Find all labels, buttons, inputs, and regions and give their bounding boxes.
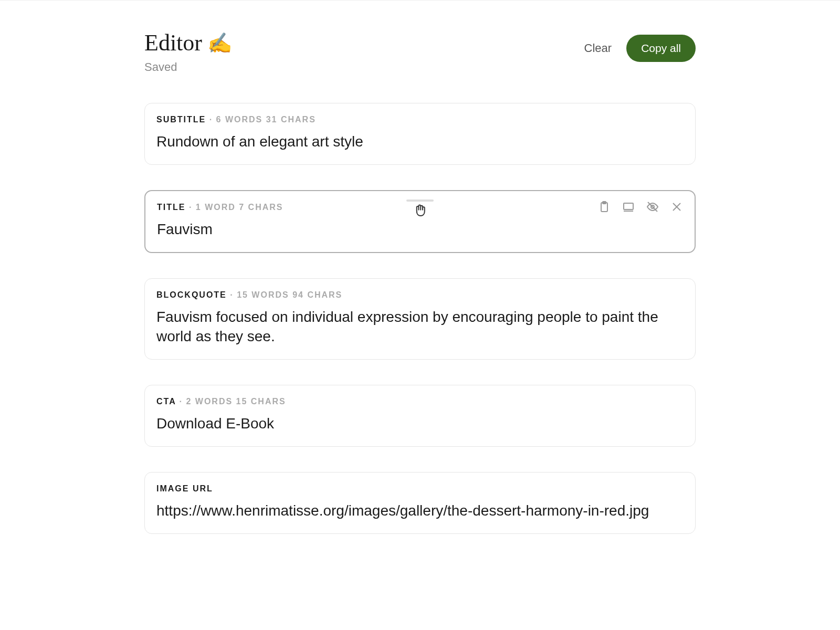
block-subtitle[interactable]: SUBTITLE · 6 WORDS 31 CHARS Rundown of a… bbox=[144, 103, 696, 165]
blocks-list: SUBTITLE · 6 WORDS 31 CHARS Rundown of a… bbox=[144, 103, 696, 534]
block-meta: 2 WORDS 15 CHARS bbox=[186, 397, 286, 406]
title-row: Editor ✍️ bbox=[144, 29, 232, 56]
block-content[interactable]: Fauvism focused on individual expression… bbox=[156, 307, 684, 347]
block-label: SUBTITLE · 6 WORDS 31 CHARS bbox=[156, 115, 684, 124]
page-title: Editor bbox=[144, 29, 202, 56]
block-label: BLOCKQUOTE · 15 WORDS 94 CHARS bbox=[156, 290, 684, 300]
clipboard-icon[interactable] bbox=[598, 201, 611, 213]
block-meta-sep: · bbox=[180, 397, 186, 406]
drag-dash-icon bbox=[406, 200, 434, 202]
block-blockquote[interactable]: BLOCKQUOTE · 15 WORDS 94 CHARS Fauvism f… bbox=[144, 278, 696, 360]
header-left: Editor ✍️ Saved bbox=[144, 29, 232, 74]
header-actions: Clear Copy all bbox=[584, 35, 696, 62]
block-type: SUBTITLE bbox=[156, 115, 206, 124]
block-title[interactable]: TITLE · 1 WORD 7 CHARS Fauvism bbox=[144, 190, 696, 253]
block-cta[interactable]: CTA · 2 WORDS 15 CHARS Download E-Book bbox=[144, 385, 696, 447]
block-meta-sep: · bbox=[230, 290, 237, 299]
copy-all-button[interactable]: Copy all bbox=[626, 35, 696, 62]
eye-off-icon[interactable] bbox=[646, 201, 659, 213]
block-meta: 1 WORD 7 CHARS bbox=[196, 203, 284, 212]
drag-handle[interactable] bbox=[406, 200, 434, 202]
close-icon[interactable] bbox=[670, 201, 683, 213]
block-meta-sep: · bbox=[189, 203, 196, 212]
block-label: CTA · 2 WORDS 15 CHARS bbox=[156, 397, 684, 406]
block-content[interactable]: Fauvism bbox=[157, 219, 683, 239]
block-meta: 15 WORDS 94 CHARS bbox=[237, 290, 342, 299]
block-meta-sep: · bbox=[209, 115, 216, 124]
block-content[interactable]: https://www.henrimatisse.org/images/gall… bbox=[156, 501, 684, 521]
block-toolbar bbox=[598, 201, 683, 213]
clear-button[interactable]: Clear bbox=[584, 41, 612, 55]
block-content[interactable]: Rundown of an elegant art style bbox=[156, 132, 684, 152]
block-type: TITLE bbox=[157, 203, 185, 212]
block-label: IMAGE URL bbox=[156, 484, 684, 494]
header: Editor ✍️ Saved Clear Copy all bbox=[144, 29, 696, 74]
block-type: CTA bbox=[156, 397, 176, 406]
block-image-url[interactable]: IMAGE URL https://www.henrimatisse.org/i… bbox=[144, 472, 696, 534]
block-content[interactable]: Download E-Book bbox=[156, 414, 684, 434]
block-meta: 6 WORDS 31 CHARS bbox=[216, 115, 316, 124]
block-type: IMAGE URL bbox=[156, 484, 213, 493]
editor-container: Editor ✍️ Saved Clear Copy all SUBTITLE … bbox=[144, 1, 696, 534]
saved-status: Saved bbox=[144, 60, 232, 74]
svg-rect-2 bbox=[624, 203, 633, 209]
block-type: BLOCKQUOTE bbox=[156, 290, 227, 299]
layout-icon[interactable] bbox=[622, 201, 635, 213]
writing-emoji: ✍️ bbox=[207, 32, 232, 55]
